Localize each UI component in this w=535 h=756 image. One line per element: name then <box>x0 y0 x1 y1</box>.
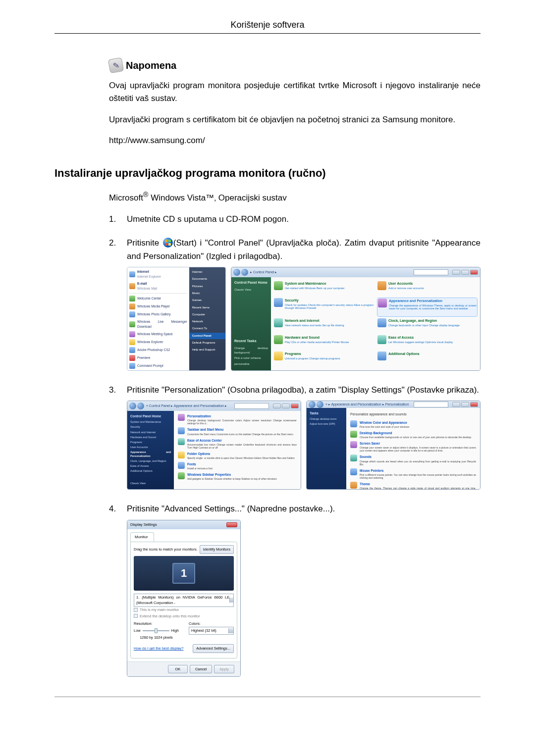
cp-cat-clock[interactable]: Clock, Language, and Region <box>388 318 460 324</box>
ok-button[interactable]: OK <box>168 665 188 674</box>
cp-side-classic[interactable]: Classic View <box>234 288 268 292</box>
ap-taskbar[interactable]: Taskbar and Start Menu <box>187 427 293 432</box>
min-icon[interactable] <box>452 270 460 275</box>
ap-fonts[interactable]: Fonts <box>187 462 213 467</box>
close-icon[interactable] <box>470 402 478 407</box>
ap-folder[interactable]: Folder Options <box>187 452 295 456</box>
sr-computer[interactable]: Computer <box>189 311 225 318</box>
close-icon[interactable] <box>470 270 478 275</box>
sm-cmd[interactable]: Command Prompt <box>137 363 163 368</box>
cp-cat-security[interactable]: Security <box>285 298 374 303</box>
sr-network[interactable]: Network <box>189 318 225 325</box>
cp-cat-programs-sub[interactable]: Uninstall a program Change startup progr… <box>285 357 340 360</box>
sr-recent[interactable]: Recent Items <box>189 304 225 311</box>
cp-cat-appearance-sub[interactable]: Change the appearance of Windows Theme, … <box>389 304 477 310</box>
sr-internet[interactable]: Internet <box>189 269 225 275</box>
resolution-slider[interactable]: Low High <box>134 628 179 634</box>
cp-cat-security-sub[interactable]: Check for updates Check this computer's … <box>285 303 374 310</box>
sr-games[interactable]: Games <box>189 297 225 303</box>
colors-select[interactable]: Highest (32 bit) <box>189 627 234 635</box>
cp-side-r3[interactable]: personalize <box>234 362 268 366</box>
sm-internet[interactable]: Internet <box>137 270 149 273</box>
nav-back-icon[interactable] <box>129 403 136 409</box>
sm-prem[interactable]: Premiere <box>137 355 150 360</box>
disp-close-icon[interactable] <box>226 522 237 527</box>
disp-tab-monitor[interactable]: Monitor <box>130 532 154 542</box>
sr-connect[interactable]: Connect To <box>189 325 225 332</box>
close-icon[interactable] <box>291 403 299 408</box>
max-icon[interactable] <box>461 402 469 407</box>
ap-side-net[interactable]: Network and Internet <box>130 430 171 435</box>
ap-ease-d[interactable]: Accommodate low vision Change screen rea… <box>187 443 297 449</box>
sr-control-panel[interactable]: Control Panel <box>189 333 225 339</box>
sm-meeting[interactable]: Windows Meeting Space <box>137 332 173 337</box>
sm-gallery[interactable]: Windows Photo Gallery <box>137 312 171 317</box>
min-icon[interactable] <box>452 402 460 407</box>
cp-cat-system[interactable]: System and Maintenance <box>285 281 344 287</box>
cp-side-home[interactable]: Control Panel Home <box>234 280 268 286</box>
cp-cat-appearance[interactable]: Appearance and Personalization <box>389 299 477 304</box>
ap-folder-d[interactable]: Specify single- or double-click to open … <box>187 456 295 459</box>
apply-button[interactable]: Apply <box>214 665 234 674</box>
max-icon[interactable] <box>282 403 290 408</box>
extend-desktop-checkbox[interactable] <box>134 614 138 618</box>
ap-side-classic[interactable]: Classic View <box>130 481 171 486</box>
pers-color[interactable]: Window Color and Appearance <box>360 420 410 425</box>
pers-sounds[interactable]: Sounds <box>360 454 476 459</box>
sm-live[interactable]: Windows Live Messenger Download <box>137 319 187 329</box>
ap-side-user[interactable]: User Accounts <box>130 445 171 450</box>
pers-side-t2[interactable]: Adjust font size (DPI) <box>310 422 343 426</box>
display-help-link[interactable]: How do I get the best display? <box>134 646 183 652</box>
sr-pictures[interactable]: Pictures <box>189 283 225 290</box>
main-monitor-checkbox[interactable] <box>134 608 138 612</box>
cp-cat-hardware[interactable]: Hardware and Sound <box>285 335 349 341</box>
sr-music[interactable]: Music <box>189 290 225 297</box>
sm-wmp[interactable]: Windows Media Player <box>137 304 170 309</box>
cp-cat-system-sub[interactable]: Get started with Windows Back up your co… <box>285 287 344 290</box>
ap-sidebar-d[interactable]: Add gadgets to Sidebar Choose whether to… <box>187 477 277 480</box>
ap-side-prog[interactable]: Programs <box>130 440 171 445</box>
cp-cat-network[interactable]: Network and Internet <box>285 318 344 324</box>
nav-back-icon[interactable] <box>309 401 316 408</box>
pers-theme[interactable]: Theme <box>360 482 476 487</box>
cp-side-r1[interactable]: Change desktop background <box>234 346 268 355</box>
nav-fwd-icon[interactable] <box>241 269 248 276</box>
ap-taskbar-d[interactable]: Customize the Start menu Customize icons… <box>187 433 293 436</box>
ap-side-ease[interactable]: Ease of Access <box>130 464 171 468</box>
nav-fwd-icon[interactable] <box>137 403 144 409</box>
ap-ease[interactable]: Ease of Access Center <box>187 438 297 443</box>
ap-side-add[interactable]: Additional Options <box>130 469 171 473</box>
ap-sidebar[interactable]: Windows Sidebar Properties <box>187 472 277 477</box>
pers-side-t1[interactable]: Change desktop icons <box>310 417 343 421</box>
sr-help[interactable]: Help and Support <box>189 347 225 353</box>
ap-side-app[interactable]: Appearance and Personalization <box>130 450 171 458</box>
ap-search-input[interactable] <box>234 403 269 409</box>
ap-personalization[interactable]: Personalization <box>187 414 297 419</box>
min-icon[interactable] <box>273 403 281 408</box>
cp-search-input[interactable] <box>414 269 448 275</box>
cp-cat-user-sub[interactable]: Add or remove user accounts <box>388 287 424 290</box>
cp-cat-ease[interactable]: Ease of Access <box>388 335 453 341</box>
nav-back-icon[interactable] <box>233 269 240 276</box>
advanced-settings-button[interactable]: Advanced Settings... <box>193 644 234 653</box>
sm-welcome[interactable]: Welcome Center <box>137 296 161 301</box>
ap-fonts-d[interactable]: Install or remove a font <box>187 467 213 470</box>
cp-cat-clock-sub[interactable]: Change keyboards or other input Change d… <box>388 324 460 327</box>
pers-mouse[interactable]: Mouse Pointers <box>360 468 476 473</box>
sr-defaults[interactable]: Default Programs <box>189 340 225 346</box>
max-icon[interactable] <box>461 270 469 275</box>
nav-fwd-icon[interactable] <box>317 401 323 408</box>
ap-side-hw[interactable]: Hardware and Sound <box>130 435 171 440</box>
monitor-select[interactable]: 1. (Multiple Monitors) on NVIDIA GeForce… <box>134 594 234 607</box>
cp-cat-user[interactable]: User Accounts <box>388 281 424 287</box>
ap-side-sys[interactable]: System and Maintenance <box>130 420 171 424</box>
identify-monitors-button[interactable]: Identify Monitors <box>200 545 234 554</box>
monitor-arrangement[interactable]: 1 <box>134 556 234 591</box>
ap-side-sec[interactable]: Security <box>130 425 171 429</box>
cancel-button[interactable]: Cancel <box>190 665 212 674</box>
ap-side-clock[interactable]: Clock, Language, and Region <box>130 459 171 463</box>
cp-breadcrumb[interactable]: ▸ Control Panel ▸ <box>250 270 277 275</box>
ap-side-home[interactable]: Control Panel Home <box>130 414 171 419</box>
sr-documents[interactable]: Documents <box>189 276 225 282</box>
sm-email[interactable]: E-mail <box>137 282 147 285</box>
